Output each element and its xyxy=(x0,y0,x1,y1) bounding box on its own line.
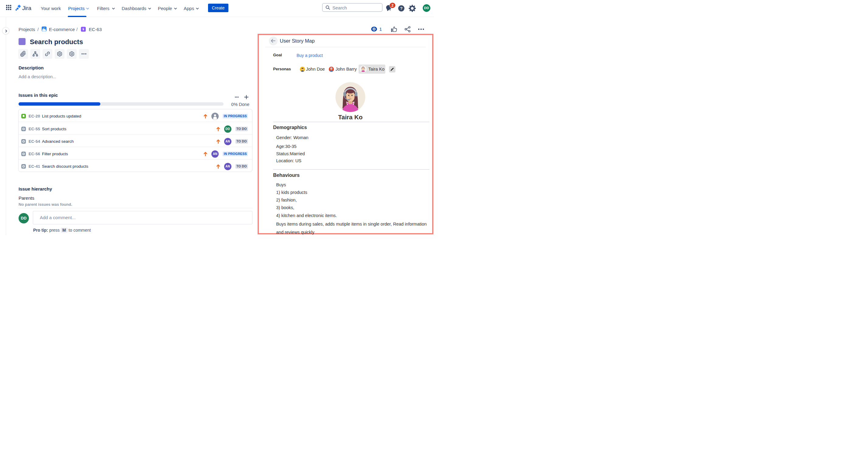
svg-text:2: 2 xyxy=(392,3,394,8)
svg-text:?: ? xyxy=(400,6,402,11)
